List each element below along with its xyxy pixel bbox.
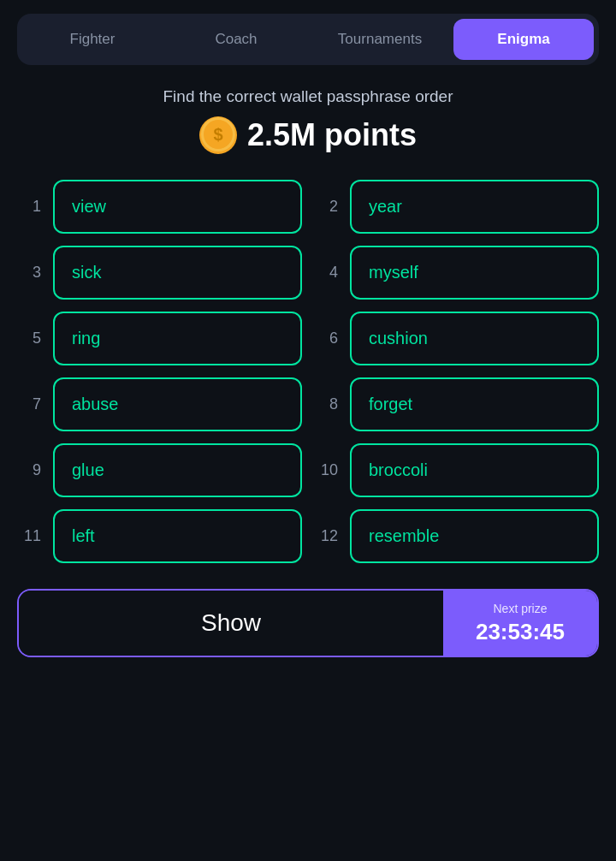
word-box-4[interactable]: myself	[350, 246, 599, 300]
word-number-9: 9	[17, 461, 41, 479]
word-number-2: 2	[314, 198, 338, 216]
next-prize-section: Next prize 23:53:45	[443, 591, 597, 656]
word-row-3-4: 3 sick 4 myself	[17, 246, 599, 300]
word-number-1: 1	[17, 198, 41, 216]
bottom-bar: Show Next prize 23:53:45	[17, 589, 599, 657]
word-number-11: 11	[17, 527, 41, 545]
word-box-10[interactable]: broccoli	[350, 443, 599, 497]
word-grid: 1 view 2 year 3 sick 4 myself 5 ring 6 c…	[17, 180, 599, 563]
word-number-12: 12	[314, 527, 338, 545]
word-number-7: 7	[17, 395, 41, 413]
word-row-1-2: 1 view 2 year	[17, 180, 599, 234]
word-box-11[interactable]: left	[53, 509, 302, 563]
word-box-2[interactable]: year	[350, 180, 599, 234]
show-button[interactable]: Show	[19, 591, 443, 656]
word-row-5-6: 5 ring 6 cushion	[17, 312, 599, 365]
tab-coach[interactable]: Coach	[166, 19, 306, 60]
word-box-1[interactable]: view	[53, 180, 302, 234]
word-row-7-8: 7 abuse 8 forget	[17, 377, 599, 431]
next-prize-timer: 23:53:45	[476, 619, 565, 645]
subtitle: Find the correct wallet passphrase order	[163, 87, 453, 106]
svg-text:$: $	[213, 125, 222, 144]
word-box-5[interactable]: ring	[53, 312, 302, 365]
word-box-6[interactable]: cushion	[350, 312, 599, 365]
points-row: $ 2.5M points	[199, 116, 417, 154]
main-content: Find the correct wallet passphrase order…	[17, 79, 599, 674]
word-number-10: 10	[314, 461, 338, 479]
word-box-8[interactable]: forget	[350, 377, 599, 431]
tab-tournaments[interactable]: Tournaments	[310, 19, 450, 60]
word-box-12[interactable]: resemble	[350, 509, 599, 563]
word-row-9-10: 9 glue 10 broccoli	[17, 443, 599, 497]
word-box-9[interactable]: glue	[53, 443, 302, 497]
word-number-4: 4	[314, 264, 338, 282]
word-box-7[interactable]: abuse	[53, 377, 302, 431]
coin-icon: $	[199, 116, 237, 154]
word-box-3[interactable]: sick	[53, 246, 302, 300]
word-number-5: 5	[17, 330, 41, 347]
nav-tabs: Fighter Coach Tournaments Enigma	[17, 14, 599, 65]
next-prize-label: Next prize	[493, 602, 547, 615]
points-text: 2.5M points	[247, 117, 417, 153]
tab-fighter[interactable]: Fighter	[22, 19, 163, 60]
word-number-3: 3	[17, 264, 41, 282]
word-number-6: 6	[314, 330, 338, 347]
word-number-8: 8	[314, 395, 338, 413]
word-row-11-12: 11 left 12 resemble	[17, 509, 599, 563]
tab-enigma[interactable]: Enigma	[453, 19, 594, 60]
